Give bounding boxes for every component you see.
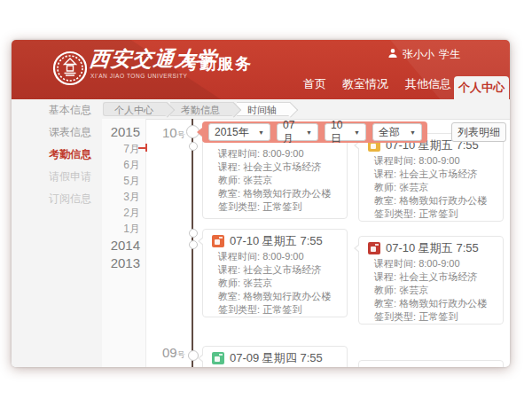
current-month-marker [138, 147, 145, 149]
sidebar: 基本信息 课表信息 考勤信息 请假申请 订阅信息 [12, 99, 102, 367]
timeline-year-2013[interactable]: 2013 [102, 254, 145, 272]
timeline-month-jan[interactable]: 1月 [102, 221, 145, 237]
user-role: 学生 [439, 47, 460, 62]
page: 西安交通大学 XI'AN JIAO TONG UNIVERSITY 考勤服务 张… [0, 0, 532, 399]
nav-home[interactable]: 首页 [303, 76, 326, 92]
timeline-month-may[interactable]: 5月 [102, 173, 145, 189]
card-field: 课程: 社会主义市场经济 [218, 263, 338, 277]
timeline-month-mar[interactable]: 3月 [102, 189, 145, 205]
signin-type-icon [368, 242, 380, 254]
card-field: 教室: 格物致知行政办公楼 [374, 297, 494, 310]
card-title: 07-09 星期四 7:55 [230, 350, 323, 366]
year-select[interactable]: 2015年 ▼ [208, 123, 270, 141]
sidebar-item-leave-request[interactable]: 请假申请 [12, 166, 102, 188]
attendance-card[interactable]: 07-09 星期四 7:55 [202, 346, 348, 367]
university-logo-icon [52, 51, 88, 86]
breadcrumb-personal-center[interactable]: 个人中心 [103, 102, 168, 116]
day-label-09: 09号 [162, 345, 185, 361]
user-icon [387, 48, 398, 61]
sidebar-item-attendance-info[interactable]: 考勤信息 [12, 144, 102, 166]
signin-type-icon [212, 352, 224, 364]
card-field: 签到类型: 正常签到 [374, 207, 494, 221]
timeline-month-jul[interactable]: 7月 [102, 141, 145, 157]
university-name-en: XI'AN JIAO TONG UNIVERSITY [90, 73, 187, 79]
card-field: 课程时间: 8:00-9:00 [218, 147, 338, 160]
app-header: 西安交通大学 XI'AN JIAO TONG UNIVERSITY 考勤服务 张… [12, 40, 510, 99]
timeline-month-jun[interactable]: 6月 [102, 157, 145, 173]
sidebar-item-schedule-info[interactable]: 课表信息 [12, 121, 102, 144]
card-title: 07-10 星期五 7:55 [230, 233, 323, 249]
card-field: 教师: 张芸京 [218, 277, 338, 290]
card-field: 教室: 格物致知行政办公楼 [374, 194, 494, 207]
timeline-node [189, 240, 198, 249]
card-field: 教室: 格物致知行政办公楼 [218, 187, 338, 200]
timeline-nav: 2015 7月 6月 5月 3月 2月 1月 2014 2013 [102, 119, 146, 367]
type-select[interactable]: 全部 ▼ [372, 123, 422, 141]
chevron-down-icon: ▼ [306, 129, 312, 136]
timeline-year-2015[interactable]: 2015 [102, 123, 145, 141]
timeline-node [188, 350, 199, 361]
breadcrumb: 个人中心 考勤信息 时间轴 [103, 102, 293, 116]
user-name: 张小小 [403, 47, 434, 62]
card-field: 签到类型: 正常签到 [218, 303, 338, 317]
card-field: 教师: 张芸京 [374, 181, 494, 194]
card-field: 课程时间: 8:00-9:00 [374, 154, 494, 168]
user-info[interactable]: 张小小 学生 [387, 47, 460, 62]
attendance-card[interactable]: 07-10 星期五 7:55 课程时间: 8:00-9:00 课程: 社会主义市… [358, 236, 504, 325]
nav-classroom-status[interactable]: 教室情况 [342, 76, 388, 92]
list-detail-button[interactable]: 列表明细 [451, 122, 506, 142]
chevron-down-icon: ▼ [410, 129, 416, 136]
card-field: 教师: 张芸京 [218, 174, 338, 187]
card-field: 签到类型: 正常签到 [218, 200, 338, 214]
card-field: 课程: 社会主义市场经济 [218, 160, 338, 174]
card-title: 07-10 星期五 7:55 [386, 240, 479, 256]
attendance-card[interactable]: 07-10 星期五 7:55 课程时间: 8:00-9:00 课程: 社会主义市… [202, 229, 348, 317]
card-field: 教师: 张芸京 [374, 284, 494, 297]
card-field: 课程时间: 8:00-9:00 [374, 257, 494, 270]
month-select[interactable]: 07月 ▼ [277, 123, 318, 141]
card-field: 课程: 社会主义市场经济 [374, 270, 494, 284]
nav-other-info[interactable]: 其他信息 [405, 76, 451, 92]
nav-personal-center[interactable]: 个人中心 [454, 76, 509, 99]
breadcrumb-timeline[interactable]: 时间轴 [237, 102, 291, 116]
attendance-card[interactable] [358, 360, 504, 367]
card-field: 课程: 社会主义市场经济 [374, 168, 494, 181]
chevron-down-icon: ▼ [354, 129, 360, 136]
app-window: 西安交通大学 XI'AN JIAO TONG UNIVERSITY 考勤服务 张… [12, 40, 510, 367]
attendance-card[interactable]: 07-10 星期五 7:55 课程时间: 8:00-9:00 课程: 社会主义市… [358, 133, 504, 222]
card-field: 签到类型: 正常签到 [374, 310, 494, 324]
service-title: 考勤服务 [182, 53, 253, 74]
day-label-10: 10号 [162, 125, 185, 141]
breadcrumb-attendance-info[interactable]: 考勤信息 [170, 102, 234, 116]
timeline-node [189, 229, 198, 238]
signin-type-icon [212, 235, 224, 247]
card-field: 课程时间: 8:00-9:00 [218, 250, 338, 263]
current-month-marker-tick [145, 144, 147, 152]
chevron-down-icon: ▼ [258, 129, 264, 136]
sidebar-item-subscription-info[interactable]: 订阅信息 [12, 188, 102, 210]
day-select[interactable]: 10日 ▼ [325, 123, 366, 141]
card-field: 教室: 格物致知行政办公楼 [218, 290, 338, 303]
sidebar-item-basic-info[interactable]: 基本信息 [12, 99, 102, 121]
timeline-node [189, 142, 198, 151]
timeline-year-2014[interactable]: 2014 [102, 237, 145, 254]
timeline-month-feb[interactable]: 2月 [102, 205, 145, 221]
